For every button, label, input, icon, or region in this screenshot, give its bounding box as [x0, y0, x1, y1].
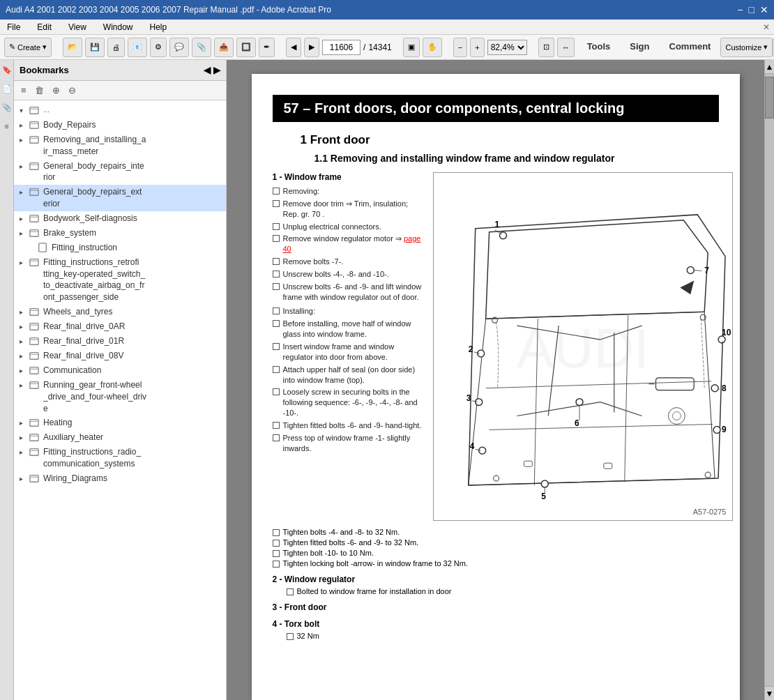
save-button[interactable]: 💾	[85, 38, 105, 57]
diagram-label: A57-0275	[693, 508, 727, 516]
next-page-button[interactable]: ▶	[304, 38, 319, 57]
svg-rect-14	[30, 382, 38, 389]
step-attach-seal: Attach upper half of seal (on door side)…	[273, 365, 426, 386]
below-diagram: Tighten bolts -4- and -8- to 32 Nm. Tigh…	[273, 528, 719, 640]
pdf-h1: 1 Front door	[301, 133, 719, 147]
close-doc-x[interactable]: ✕	[763, 22, 770, 32]
title-text: Audi A4 2001 2002 2003 2004 2005 2006 20…	[6, 5, 331, 15]
item4-label: 4 - Torx bolt	[273, 619, 719, 629]
bookmark-item-fitting-retro[interactable]: ▸ Fitting_instructions_retrofitting_key-…	[14, 255, 226, 305]
bookmark-item-removing-air[interactable]: ▸ Removing_and_installing_air_mass_meter	[14, 132, 226, 159]
bookmark-item-communication[interactable]: ▸ Communication	[14, 363, 226, 378]
bookmark-item-auxiliary[interactable]: ▸ Auxiliary_heater	[14, 430, 226, 445]
zoom-in-button[interactable]: +	[470, 38, 484, 57]
bookmark-item-wheels[interactable]: ▸ Wheels_and_tyres	[14, 305, 226, 319]
pan-tool-button[interactable]: ✋	[423, 38, 442, 57]
fit-page-button[interactable]: ⊡	[538, 38, 554, 57]
step-remove-bolts-7: Remove bolts -7-.	[273, 257, 426, 267]
redact-button[interactable]: 🔲	[236, 38, 256, 57]
bookmark-folder-icon	[29, 161, 40, 172]
bookmark-folder-icon	[29, 432, 40, 443]
expand-icon: ▸	[20, 322, 29, 332]
bookmark-item-wiring[interactable]: ▸ Wiring_Diagrams	[14, 471, 226, 486]
page-link[interactable]: page 40	[283, 234, 421, 253]
bookmark-item-brake[interactable]: ▸ Brake_system	[14, 226, 226, 241]
removing-label: Removing:	[273, 186, 426, 197]
bookmark-item-rear-01r[interactable]: ▸ Rear_final_drive_01R	[14, 334, 226, 349]
layers-panel-icon[interactable]: ≡	[4, 122, 8, 130]
pages-panel-icon[interactable]: 📄	[2, 84, 12, 93]
sidebar-delete-icon[interactable]: 🗑	[32, 84, 47, 97]
attach-button[interactable]: 📎	[192, 38, 211, 57]
prev-page-button[interactable]: ◀	[286, 38, 301, 57]
sidebar-expand-all-icon[interactable]: ⊕	[50, 84, 63, 97]
expand-icon: ▸	[20, 366, 29, 376]
svg-rect-1	[30, 122, 38, 129]
svg-rect-8	[30, 259, 38, 266]
bookmark-item-general-exterior[interactable]: ▸ General_body_repairs_exterior	[14, 185, 226, 211]
svg-text:9: 9	[722, 425, 727, 434]
bookmark-item-general-interior[interactable]: ▸ General_body_repairs_interior	[14, 159, 226, 185]
bookmark-item-body-repairs[interactable]: ▸ Body_Repairs	[14, 118, 226, 132]
comment-button[interactable]: Comment	[660, 38, 721, 57]
tighten-6-9: Tighten fitted bolts -6- and -9- to 32 N…	[273, 538, 719, 547]
scroll-thumb[interactable]	[765, 77, 774, 119]
sidebar-options-icon[interactable]: ≡	[18, 84, 29, 97]
close-button[interactable]: ✕	[760, 4, 768, 15]
svg-rect-12	[30, 353, 38, 360]
bookmark-item-bodywork[interactable]: ▸ Bodywork_Self-diagnosis	[14, 211, 226, 226]
toolbar: ✎ Create ▾ 📂 💾 🖨 📧 ⚙ 💬 📎 📤 🔲 ✒ ◀ ▶ 11606…	[0, 35, 774, 60]
minimize-button[interactable]: −	[737, 4, 743, 15]
page-number-input[interactable]: 11606	[322, 40, 361, 55]
bookmark-item-rear-08v[interactable]: ▸ Rear_final_drive_08V	[14, 349, 226, 363]
bookmark-list[interactable]: ▾ ... ▸ Body_Repairs ▸	[14, 100, 226, 700]
checkbox	[273, 258, 280, 265]
diagram-container: AUDI	[433, 172, 733, 521]
bookmark-item-rear-0ar[interactable]: ▸ Rear_final_drive_0AR	[14, 319, 226, 334]
svg-point-69	[705, 472, 711, 478]
customize-button[interactable]: Customize ▾	[720, 38, 773, 57]
zoom-out-button[interactable]: −	[453, 38, 467, 57]
export-button[interactable]: 📤	[214, 38, 234, 57]
sign-doc-button[interactable]: ✒	[259, 38, 275, 57]
zoom-select[interactable]: 82,4% 100% 150% 75%	[487, 40, 527, 55]
bookmark-item-heating[interactable]: ▸ Heating	[14, 416, 226, 430]
checkbox	[273, 320, 280, 327]
bookmark-folder-icon	[29, 187, 40, 198]
open-button[interactable]: 📂	[63, 38, 82, 57]
maximize-button[interactable]: □	[749, 4, 754, 15]
customize-dropdown-icon: ▾	[764, 43, 768, 52]
select-tool-button[interactable]: ▣	[403, 38, 420, 57]
menu-window[interactable]: Window	[100, 21, 136, 33]
scroll-down-button[interactable]: ▼	[765, 686, 774, 700]
bookmark-item-fitting-radio[interactable]: ▸ Fitting_instructions_radio_communicati…	[14, 445, 226, 471]
menu-help[interactable]: Help	[147, 21, 170, 33]
annotate-button[interactable]: 💬	[169, 38, 189, 57]
menu-edit[interactable]: Edit	[34, 21, 54, 33]
right-scrollbar[interactable]: ▲ ▼	[764, 60, 774, 700]
settings-button[interactable]: ⚙	[150, 38, 167, 57]
sidebar-collapse-all-icon[interactable]: ⊖	[66, 84, 79, 97]
checkbox	[273, 223, 280, 230]
tools-button[interactable]: Tools	[577, 38, 621, 57]
item2-label: 2 - Window regulator	[273, 575, 719, 584]
attachments-panel-icon[interactable]: 📎	[2, 103, 12, 112]
share-button[interactable]: 📧	[128, 38, 147, 57]
print-button[interactable]: 🖨	[107, 38, 125, 57]
pdf-area[interactable]: 57 – Front doors, door components, centr…	[227, 60, 764, 700]
menu-view[interactable]: View	[66, 21, 89, 33]
scroll-up-button[interactable]: ▲	[765, 60, 774, 74]
bookmarks-panel-icon[interactable]: 🔖	[2, 66, 12, 75]
menu-file[interactable]: File	[4, 21, 23, 33]
svg-text:8: 8	[722, 383, 727, 393]
create-button[interactable]: ✎ Create ▾	[4, 38, 52, 57]
bookmark-item-fitting-instr[interactable]: Fitting_instruction	[14, 241, 226, 255]
fit-width-button[interactable]: ↔	[557, 38, 575, 57]
bookmark-folder-icon	[29, 257, 40, 268]
sidebar-expand-button[interactable]: ▶	[213, 65, 220, 75]
bookmark-item-running-gear[interactable]: ▸ Running_gear_front-wheel_drive_and_fou…	[14, 378, 226, 416]
sidebar-collapse-button[interactable]: ◀	[204, 65, 211, 75]
checkbox	[287, 633, 294, 640]
bookmark-item-top[interactable]: ▾ ...	[14, 103, 226, 118]
sign-button[interactable]: Sign	[620, 38, 659, 57]
